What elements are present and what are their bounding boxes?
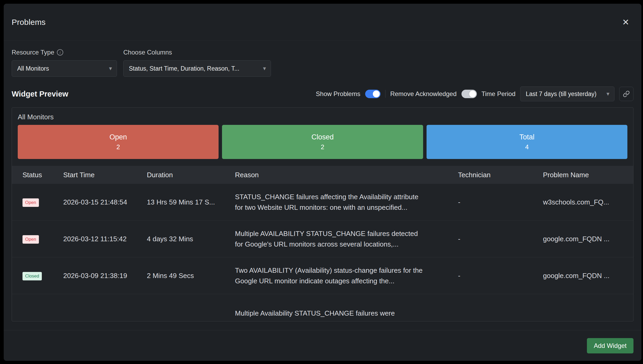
- cell-problem-name: google.com_FQDN ...: [543, 272, 633, 280]
- add-widget-button[interactable]: Add Widget: [587, 338, 633, 353]
- col-status: Status: [22, 171, 63, 179]
- cell-reason: STATUS_CHANGE failures affecting the Ava…: [235, 192, 458, 213]
- col-problem-name: Problem Name: [543, 171, 633, 179]
- cell-reason: Multiple AVAILABILITY STATUS_CHANGE fail…: [235, 228, 458, 249]
- cell-start-time: 2026-03-09 21:38:19: [63, 272, 147, 280]
- cell-reason: Two AVAILABILITY (Availability) status-c…: [235, 265, 458, 286]
- status-badge: Closed: [22, 272, 42, 280]
- col-duration: Duration: [147, 171, 235, 179]
- cell-start-time: 2026-03-12 11:15:42: [63, 235, 147, 243]
- card-value: 4: [525, 143, 529, 151]
- choose-columns-label: Choose Columns: [123, 49, 172, 56]
- table-header: Status Start Time Duration Reason Techni…: [12, 166, 633, 184]
- resource-type-dropdown[interactable]: All Monitors ▾: [12, 60, 117, 77]
- chevron-down-icon: ▾: [263, 65, 266, 72]
- cell-problem-name: google.com_FQDN ...: [543, 235, 633, 243]
- cell-start-time: 2026-03-15 21:48:54: [63, 198, 147, 206]
- cell-technician: -: [458, 272, 543, 280]
- cell-duration: 2 Mins 49 Secs: [147, 272, 235, 280]
- col-technician: Technician: [458, 171, 543, 179]
- table-row[interactable]: Open 2026-03-12 11:15:42 4 days 32 Mins …: [12, 221, 633, 257]
- cell-reason: Multiple Availability STATUS_CHANGE fail…: [235, 294, 458, 319]
- choose-columns-value: Status, Start Time, Duration, Reason, T.…: [129, 65, 239, 72]
- divider: [385, 90, 386, 98]
- link-icon: [623, 90, 630, 97]
- cell-duration: 13 Hrs 59 Mins 17 S...: [147, 198, 235, 206]
- chevron-down-icon: ▾: [606, 90, 609, 97]
- remove-acknowledged-toggle[interactable]: [461, 90, 477, 98]
- toggle-knob: [469, 90, 476, 97]
- summary-card-closed[interactable]: Closed 2: [222, 125, 423, 159]
- close-icon[interactable]: ✕: [622, 18, 629, 26]
- time-period-dropdown[interactable]: Last 7 days (till yesterday) ▾: [520, 87, 614, 101]
- table-row[interactable]: Closed 2026-03-09 21:38:19 2 Mins 49 Sec…: [12, 257, 633, 294]
- filters-section: Resource Type i Choose Columns All Monit…: [4, 41, 641, 77]
- page-title: Problems: [12, 18, 46, 27]
- show-problems-toggle[interactable]: [365, 90, 381, 98]
- card-value: 2: [321, 143, 324, 151]
- toggle-knob: [373, 90, 380, 97]
- summary-cards: Open 2 Closed 2 Total 4: [12, 125, 633, 159]
- modal-header: Problems ✕: [4, 4, 641, 41]
- time-period-label: Time Period: [482, 90, 515, 98]
- time-period-value: Last 7 days (till yesterday): [526, 90, 596, 98]
- choose-columns-dropdown[interactable]: Status, Start Time, Duration, Reason, T.…: [123, 60, 271, 77]
- show-problems-label: Show Problems: [316, 90, 360, 98]
- chevron-down-icon: ▾: [109, 65, 112, 72]
- info-icon[interactable]: i: [57, 49, 63, 56]
- table-row[interactable]: Open 2026-03-15 21:48:54 13 Hrs 59 Mins …: [12, 184, 633, 221]
- problems-modal: Problems ✕ Resource Type i Choose Column…: [4, 4, 641, 361]
- col-start-time: Start Time: [63, 171, 147, 179]
- table-row-partial[interactable]: Multiple Availability STATUS_CHANGE fail…: [12, 294, 633, 321]
- panel-title: All Monitors: [12, 108, 633, 125]
- cell-duration: 4 days 32 Mins: [147, 235, 235, 243]
- resource-type-value: All Monitors: [17, 65, 49, 72]
- card-label: Open: [110, 133, 127, 141]
- card-value: 2: [116, 143, 120, 151]
- cell-technician: -: [458, 198, 543, 206]
- link-button[interactable]: [619, 87, 633, 101]
- widget-preview-panel: All Monitors Open 2 Closed 2 Total 4 Sta…: [12, 107, 633, 321]
- summary-card-open[interactable]: Open 2: [18, 125, 219, 159]
- card-label: Closed: [311, 133, 334, 141]
- status-badge: Open: [22, 235, 39, 244]
- cell-technician: -: [458, 235, 543, 243]
- resource-type-label: Resource Type: [12, 49, 54, 56]
- resource-type-label-row: Resource Type i: [12, 49, 123, 56]
- modal-footer: Add Widget: [4, 330, 641, 361]
- widget-preview-bar: Widget Preview Show Problems Remove Ackn…: [4, 86, 641, 102]
- card-label: Total: [519, 133, 535, 141]
- summary-card-total[interactable]: Total 4: [427, 125, 627, 159]
- col-reason: Reason: [235, 171, 458, 179]
- cell-problem-name: w3schools.com_FQ...: [543, 198, 633, 206]
- remove-acknowledged-label: Remove Acknowledged: [390, 90, 457, 98]
- status-badge: Open: [22, 198, 39, 207]
- widget-preview-title: Widget Preview: [12, 90, 68, 98]
